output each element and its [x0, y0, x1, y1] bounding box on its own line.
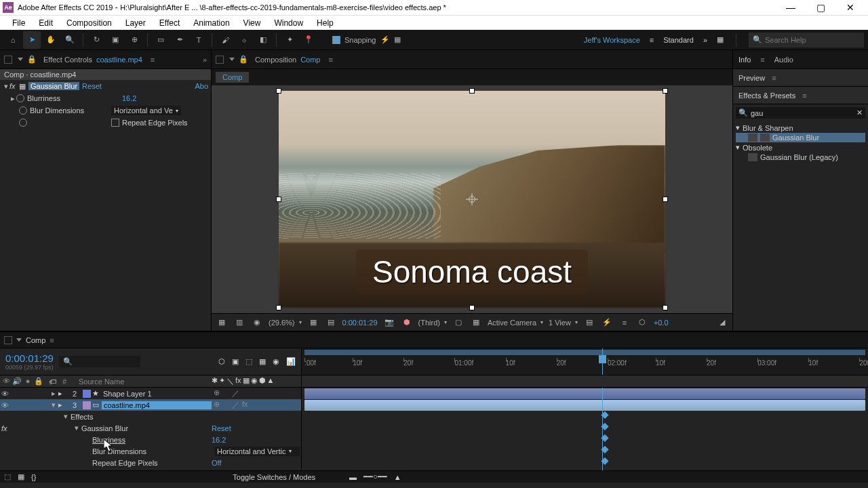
- switch-col-icon[interactable]: ▲: [267, 376, 275, 386]
- snap-option-icon-2[interactable]: ▦: [394, 35, 401, 44]
- exposure-value[interactable]: +0.0: [654, 319, 669, 327]
- zoom-tool[interactable]: 🔍: [61, 31, 79, 49]
- menu-composition[interactable]: Composition: [60, 17, 119, 29]
- maximize-button[interactable]: ▢: [806, 0, 835, 15]
- roi-icon[interactable]: ▢: [452, 317, 465, 329]
- timecode-display[interactable]: 0:00:01:29: [342, 319, 378, 327]
- clear-search-icon[interactable]: ✕: [856, 108, 863, 117]
- snap-option-icon[interactable]: ⚡: [380, 35, 390, 44]
- effect-name[interactable]: Gaussian Blur: [81, 424, 128, 432]
- visibility-toggle[interactable]: 👁: [1, 390, 11, 398]
- timeline-icon[interactable]: ≡: [618, 317, 631, 329]
- prop-row[interactable]: Repeat Edge PixelsOff: [0, 457, 301, 468]
- current-time[interactable]: 0:00:01:29: [5, 352, 54, 364]
- panel-hamburger-icon[interactable]: ≡: [760, 56, 764, 64]
- alpha-icon[interactable]: ▦: [216, 317, 228, 329]
- panel-hamburger-icon[interactable]: ≡: [50, 336, 54, 344]
- pan-behind-tool[interactable]: ⊕: [125, 31, 143, 49]
- stopwatch-icon[interactable]: [19, 119, 27, 127]
- label-col-icon[interactable]: 🏷: [49, 378, 62, 386]
- time-ruler[interactable]: :00f10f20f01:00f10f20f02:00f10f20f03:00f…: [302, 348, 868, 375]
- comp-link[interactable]: Comp: [300, 56, 320, 64]
- eraser-tool[interactable]: ◧: [254, 31, 272, 49]
- color-mgmt-icon[interactable]: ⬢: [401, 317, 413, 329]
- video-col-icon[interactable]: 👁: [1, 377, 11, 386]
- transform-handle[interactable]: [663, 305, 668, 310]
- graph-editor-icon[interactable]: 📊: [286, 357, 296, 366]
- toggle-switches-icon[interactable]: ▦: [18, 472, 24, 481]
- repeat-edge-checkbox[interactable]: [111, 119, 119, 127]
- layer-tag-icon[interactable]: ▸: [58, 389, 68, 398]
- info-tab[interactable]: Info: [738, 56, 751, 64]
- layer-color-label[interactable]: [83, 390, 91, 398]
- panel-hamburger-icon[interactable]: ≡: [328, 56, 332, 64]
- safe-zones-icon[interactable]: ▦: [307, 317, 319, 329]
- toggle-switches-icon[interactable]: ⬚: [4, 472, 11, 481]
- flowchart-icon[interactable]: ⬡: [636, 317, 648, 329]
- repeat-value[interactable]: Off: [212, 459, 300, 467]
- panel-close-icon[interactable]: [4, 336, 12, 344]
- workspace-label[interactable]: Jeff's Workspace: [584, 36, 640, 44]
- transform-handle[interactable]: [663, 88, 668, 94]
- lock-icon[interactable]: 🔒: [27, 55, 37, 64]
- menu-help[interactable]: Help: [310, 17, 340, 29]
- puppet-tool[interactable]: 📍: [300, 31, 317, 49]
- effects-label[interactable]: Effects: [71, 413, 93, 421]
- camera-tool[interactable]: ▣: [106, 31, 124, 49]
- shape-tool[interactable]: ▭: [152, 31, 170, 49]
- layout-chevron-icon[interactable]: »: [703, 36, 707, 44]
- menu-effect[interactable]: Effect: [153, 17, 186, 29]
- zoom-in-icon[interactable]: ▲: [394, 473, 401, 481]
- layer-name[interactable]: Shape Layer 1: [102, 390, 212, 398]
- menu-file[interactable]: File: [5, 17, 32, 29]
- reset-link[interactable]: Reset: [212, 424, 300, 432]
- visibility-toggle[interactable]: 👁: [1, 401, 11, 409]
- category-obsolete[interactable]: ▾Obsolete: [736, 142, 865, 152]
- pixel-aspect-icon[interactable]: ▤: [583, 317, 595, 329]
- prop-row[interactable]: Blur DimensionsHorizontal and Vertic ▾: [0, 445, 301, 457]
- effect-preset-icon[interactable]: ▦: [19, 82, 28, 91]
- composition-viewer[interactable]: Sonoma coast: [279, 91, 665, 308]
- rotation-tool[interactable]: ↻: [87, 31, 105, 49]
- comp-opts-row[interactable]: ▸Compositing Options+ −: [0, 468, 301, 470]
- layer-twisty[interactable]: ▾: [49, 401, 58, 409]
- transform-handle[interactable]: [276, 88, 281, 94]
- timeline-layer-row[interactable]: 👁▸▸2★Shape Layer 1⊕／: [0, 388, 301, 399]
- panel-overflow-icon[interactable]: »: [203, 56, 207, 64]
- switch-col-icon[interactable]: ◉: [251, 376, 258, 386]
- layer-search[interactable]: 🔍: [59, 356, 140, 367]
- menu-edit[interactable]: Edit: [32, 17, 60, 29]
- transform-handle[interactable]: [469, 88, 475, 94]
- effect-twisty[interactable]: ▾: [3, 82, 9, 91]
- panel-hamburger-icon[interactable]: ≡: [802, 92, 806, 100]
- toggle-switches-modes[interactable]: Toggle Switches / Modes: [233, 473, 315, 481]
- menu-animation[interactable]: Animation: [186, 17, 236, 29]
- panel-menu-icon[interactable]: [16, 338, 22, 342]
- preview-panel-title[interactable]: Preview: [738, 74, 765, 82]
- search-help-input[interactable]: 🔍: [749, 33, 864, 47]
- draft-3d-icon[interactable]: ▣: [232, 357, 239, 366]
- switch-col-icon[interactable]: fx: [235, 376, 241, 386]
- menu-layer[interactable]: Layer: [119, 17, 153, 29]
- layer-tag-icon[interactable]: ▸: [58, 401, 68, 409]
- snapshot-icon[interactable]: 📷: [383, 317, 395, 329]
- dimensions-dropdown[interactable]: Horizontal and Ve▾: [111, 106, 181, 115]
- blur-dim-dropdown[interactable]: Horizontal and Vertic ▾: [214, 447, 300, 456]
- channel-icon[interactable]: ▤: [325, 317, 337, 329]
- preset-gaussian-blur-legacy[interactable]: Gaussian Blur (Legacy): [736, 152, 865, 162]
- camera-dropdown[interactable]: Active Camera: [488, 319, 543, 327]
- layout-label[interactable]: Standard: [663, 36, 694, 44]
- compositing-options[interactable]: Compositing Options: [92, 470, 161, 471]
- transparency-icon[interactable]: ▦: [470, 317, 482, 329]
- snapping-checkbox[interactable]: [332, 36, 340, 44]
- transform-handle[interactable]: [663, 197, 668, 202]
- transform-handle[interactable]: [276, 197, 281, 202]
- zoom-out-icon[interactable]: ▬: [349, 473, 357, 481]
- solo-col-icon[interactable]: ●: [23, 377, 33, 386]
- hand-tool[interactable]: ✋: [42, 31, 60, 49]
- layer-twisty[interactable]: ▸: [49, 389, 58, 398]
- anchor-point-icon[interactable]: [466, 193, 478, 205]
- workspace-menu-icon[interactable]: ≡: [650, 36, 654, 44]
- panel-close-icon[interactable]: [216, 56, 224, 64]
- menu-view[interactable]: View: [237, 17, 268, 29]
